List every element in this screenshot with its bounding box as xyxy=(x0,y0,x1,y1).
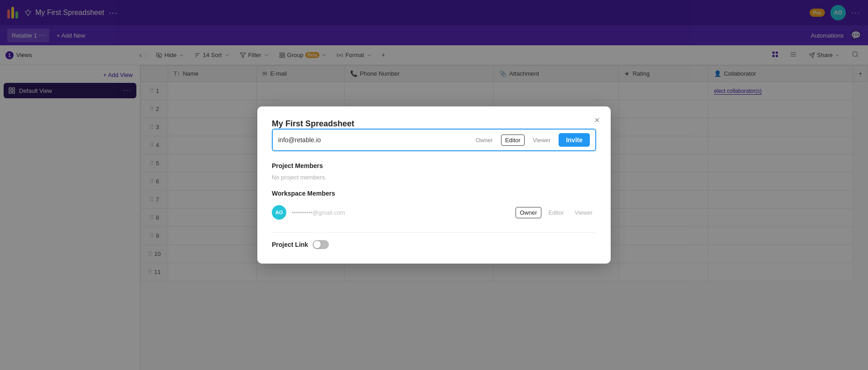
project-link-label: Project Link xyxy=(272,241,308,248)
member-role-owner[interactable]: Owner xyxy=(516,207,541,218)
invite-role-owner[interactable]: Owner xyxy=(472,135,497,145)
member-role-viewer[interactable]: Viewer xyxy=(571,207,596,218)
invite-email-input[interactable] xyxy=(278,136,468,144)
modal-title: My First Spreadsheet xyxy=(272,119,354,128)
project-link-toggle[interactable] xyxy=(313,240,329,249)
project-members-title: Project Members xyxy=(272,162,596,169)
member-avatar: AO xyxy=(272,205,286,220)
invite-role-editor[interactable]: Editor xyxy=(501,135,525,146)
toggle-knob xyxy=(313,241,321,248)
share-modal: My First Spreadsheet × Owner Editor View… xyxy=(257,106,611,264)
invite-role-viewer[interactable]: Viewer xyxy=(529,135,555,145)
member-row: AO ••••••••••@gmail.com Owner Editor Vie… xyxy=(272,202,596,223)
modal-divider xyxy=(272,232,596,233)
invite-row: Owner Editor Viewer Invite xyxy=(272,129,596,151)
member-roles: Owner Editor Viewer xyxy=(516,207,596,218)
workspace-section: Workspace Members AO ••••••••••@gmail.co… xyxy=(272,190,596,223)
overlay: My First Spreadsheet × Owner Editor View… xyxy=(0,0,868,370)
member-email: ••••••••••@gmail.com xyxy=(292,209,510,216)
invite-button[interactable]: Invite xyxy=(559,133,590,147)
member-role-editor[interactable]: Editor xyxy=(545,207,568,218)
workspace-members-title: Workspace Members xyxy=(272,190,596,197)
modal-close-button[interactable]: × xyxy=(594,115,600,125)
project-link-row: Project Link xyxy=(272,240,596,249)
no-members-label: No project members. xyxy=(272,174,596,181)
